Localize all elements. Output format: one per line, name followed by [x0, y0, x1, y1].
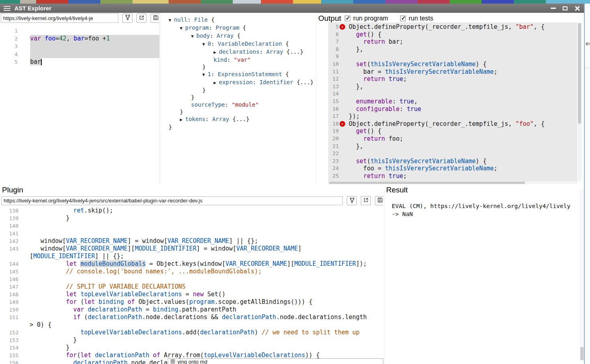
- line-number: 141: [0, 230, 18, 237]
- ast-tree-node[interactable]: }: [161, 94, 316, 101]
- code-line: 145 // console.log('bound names:', ...mo…: [0, 268, 383, 275]
- line-number: [0, 253, 18, 260]
- output-vertical-scrollbar[interactable]: [578, 22, 582, 181]
- code-line: 153 }: [0, 336, 383, 344]
- expanded-arrow-icon[interactable]: ▼: [202, 72, 208, 77]
- result-vertical-scrollbar[interactable]: [580, 189, 584, 361]
- ast-tree-node[interactable]: ▶ expression: Identifier {...}: [161, 79, 316, 87]
- code-line: 147 // SPLIT UP VARIABLE DECLARATIONS: [0, 283, 383, 291]
- code-line: 23 set(thisIsVereySecretVariableName) {: [328, 158, 577, 165]
- code-line: 11 bar = thisIsVererySecretVariableName;: [328, 68, 577, 76]
- window-controls: [547, 4, 583, 13]
- clipped-background-text: er: [586, 40, 590, 47]
- ast-tree-node[interactable]: ▼ null: File {: [161, 16, 316, 24]
- minimize-button[interactable]: [547, 4, 559, 13]
- line-number: 19: [328, 127, 339, 135]
- collapsed-arrow-icon[interactable]: ▶: [214, 50, 219, 55]
- ast-tree-node[interactable]: sourceType: "module": [161, 101, 316, 108]
- save-button[interactable]: [375, 196, 383, 205]
- run-tests-checkbox[interactable]: [400, 16, 406, 21]
- line-number: 150: [0, 306, 18, 313]
- ast-tree[interactable]: ▼ null: File {▼ program: Program {▼ body…: [161, 13, 316, 131]
- open-external-button[interactable]: [136, 14, 146, 23]
- plugin-code-editor[interactable]: 138 ret.skip();139 }140141142 window[VAR…: [0, 206, 383, 364]
- expanded-arrow-icon[interactable]: ▼: [180, 26, 185, 31]
- ast-tree-node[interactable]: }: [161, 123, 316, 131]
- ast-tree-node[interactable]: }: [161, 63, 316, 71]
- code-line: 5bar: [0, 58, 159, 66]
- open-external-icon: [139, 15, 144, 22]
- line-number: 151: [0, 313, 18, 321]
- option-run-tests[interactable]: run tests: [400, 15, 433, 22]
- checkbox-label: run tests: [409, 15, 433, 22]
- line-number: 2: [0, 35, 18, 43]
- open-external-button[interactable]: [361, 196, 371, 205]
- drop-hint-text: ying onto md: [177, 359, 207, 364]
- collapsed-arrow-icon[interactable]: ▶: [180, 117, 185, 122]
- close-button[interactable]: [571, 4, 583, 13]
- plugin-url-input[interactable]: [1, 196, 343, 205]
- line-number: 153: [0, 336, 18, 344]
- scrollbar-thumb[interactable]: [580, 347, 584, 360]
- code-line: 19 get() {: [328, 127, 577, 135]
- ast-tree-node[interactable]: }: [161, 87, 316, 94]
- code-line: 144 let moduleBoundGlobals = Object.keys…: [0, 260, 383, 268]
- version-graph-icon: [349, 197, 355, 204]
- code-line: 143 window[VAR_RECORDER_NAME][MODULE_IDE…: [0, 245, 383, 253]
- ast-tree-node[interactable]: ▼ 1: ExpressionStatement {: [161, 71, 316, 79]
- drop-hint-overlay: ying onto md: [168, 358, 383, 364]
- output-code-view[interactable]: 5Object.defineProperty(_recorder_.tempfi…: [328, 22, 577, 181]
- line-number: 11: [328, 68, 339, 76]
- code-line: 8 },: [328, 46, 577, 53]
- window-titlebar[interactable]: AST Explorer: [0, 4, 584, 13]
- plugin-url-bar: [1, 196, 383, 205]
- code-line: 12 return true;: [328, 75, 577, 83]
- code-line: 150 var declarationPath = binding.path.p…: [0, 306, 383, 313]
- line-number: 12: [328, 75, 339, 83]
- menu-icon[interactable]: [4, 6, 10, 11]
- line-number: 7: [328, 38, 339, 46]
- ast-tree-node[interactable]: ▶ tokens: Array {...}: [161, 115, 316, 123]
- ast-tree-node[interactable]: }: [161, 108, 316, 115]
- maximize-button[interactable]: [559, 4, 571, 13]
- scrollbar-thumb[interactable]: [578, 23, 581, 123]
- ast-tree-node[interactable]: ▼ body: Array {: [161, 32, 316, 40]
- expanded-arrow-icon[interactable]: ▼: [202, 42, 208, 47]
- source-url-input[interactable]: [1, 13, 118, 23]
- version-graph-button[interactable]: [122, 14, 132, 23]
- error-badge-icon: [339, 23, 346, 31]
- line-number: 21: [328, 143, 339, 150]
- collapsed-arrow-icon[interactable]: ▶: [214, 80, 219, 85]
- result-title: Result: [386, 186, 408, 194]
- result-line: -> NaN: [392, 210, 577, 218]
- code-line: 146: [0, 275, 383, 283]
- line-number: 4: [0, 51, 18, 59]
- run-program-checkbox[interactable]: [345, 16, 350, 21]
- ast-tree-node[interactable]: ▼ program: Program {: [161, 24, 316, 32]
- expanded-arrow-icon[interactable]: ▼: [169, 18, 174, 23]
- divider: [585, 68, 590, 68]
- code-line: 154 }: [0, 344, 383, 352]
- code-line: 13 },: [328, 83, 577, 91]
- output-pane: Output run programrun tests 5Object.defi…: [316, 13, 584, 185]
- ast-tree-node[interactable]: ▼ 0: VariableDeclaration {: [161, 40, 316, 48]
- line-number: 10: [328, 61, 339, 68]
- ast-tree-node[interactable]: kind: "var": [161, 56, 316, 63]
- line-number: 146: [0, 275, 18, 283]
- line-number: 140: [0, 222, 18, 230]
- version-graph-button[interactable]: [347, 196, 357, 205]
- expanded-arrow-icon[interactable]: ▼: [191, 34, 196, 39]
- code-line: 1: [0, 27, 159, 35]
- screen: er AST Explorer 12var foo=42, bar=foo +1…: [0, 0, 590, 364]
- ast-tree-node[interactable]: ▶ declarations: Array {...}: [161, 48, 316, 56]
- background-window-sliver: er: [584, 4, 590, 364]
- line-number: 8: [328, 46, 339, 53]
- code-line: 16 configurable: true: [328, 105, 577, 113]
- output-title: Output: [318, 14, 341, 23]
- desktop-wallpaper: [0, 0, 590, 4]
- result-output: EVAL (CM), https://lively-kernel.org/liv…: [392, 202, 577, 218]
- option-run-program[interactable]: run program: [345, 15, 388, 22]
- line-number: 18: [328, 120, 339, 128]
- line-number: 25: [328, 172, 339, 180]
- source-code-editor[interactable]: 12var foo=42, bar=foo +1345bar: [0, 23, 159, 185]
